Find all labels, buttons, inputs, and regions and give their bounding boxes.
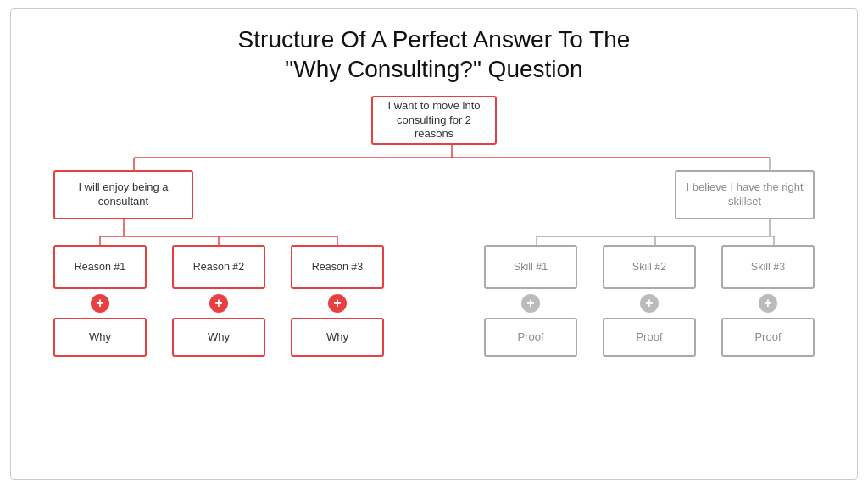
left-reason-3: Reason #3	[291, 245, 384, 289]
left-plus-btn-3[interactable]: +	[328, 294, 347, 313]
right-proof-3: Proof	[721, 318, 815, 357]
left-level1-box: I will enjoy being a consultant	[53, 170, 193, 219]
left-reason-2: Reason #2	[172, 245, 265, 289]
right-plus-btn-3[interactable]: +	[759, 294, 777, 313]
level1-row: I will enjoy being a consultant I believ…	[28, 170, 840, 219]
left-level2-row: Reason #1 Reason #2 Reason #3	[53, 245, 384, 289]
left-section: Reason #1 Reason #2 Reason #3 +	[53, 245, 384, 357]
right-proof-2: Proof	[603, 318, 696, 357]
main-container: Structure Of A Perfect Answer To The "Wh…	[10, 8, 858, 480]
right-plus-2: +	[603, 294, 696, 313]
left-reason-1: Reason #1	[53, 245, 147, 289]
page-title: Structure Of A Perfect Answer To The "Wh…	[238, 25, 631, 84]
right-level1-box: I believe I have the right skillset	[675, 170, 815, 219]
right-plus-btn-1[interactable]: +	[521, 294, 540, 313]
left-why-3: Why	[291, 318, 384, 357]
left-why-2: Why	[172, 318, 265, 357]
root-box: I want to move into consulting for 2 rea…	[371, 96, 497, 145]
left-plus-2: +	[172, 294, 265, 313]
diagram: I want to move into consulting for 2 rea…	[28, 96, 840, 470]
right-skill-3: Skill #3	[721, 245, 815, 289]
left-plus-1: +	[53, 294, 147, 313]
right-plus-btn-2[interactable]: +	[640, 294, 659, 313]
right-skill-1: Skill #1	[484, 245, 577, 289]
left-why-1: Why	[53, 318, 147, 357]
left-level3-row: Why Why Why	[53, 318, 384, 357]
right-level3-row: Proof Proof Proof	[484, 318, 815, 357]
right-plus-3: +	[721, 294, 815, 313]
right-level2-row: Skill #1 Skill #2 Skill #3	[484, 245, 815, 289]
right-proof-1: Proof	[484, 318, 577, 357]
right-skill-2: Skill #2	[603, 245, 696, 289]
root-row: I want to move into consulting for 2 rea…	[28, 96, 840, 145]
left-plus-btn-2[interactable]: +	[209, 294, 228, 313]
tree-area: I will enjoy being a consultant I believ…	[28, 145, 840, 470]
right-plus-row: + + +	[484, 294, 815, 313]
left-plus-3: +	[291, 294, 384, 313]
left-plus-btn-1[interactable]: +	[91, 294, 109, 313]
left-plus-row: + + +	[53, 294, 384, 313]
right-section: Skill #1 Skill #2 Skill #3 +	[484, 245, 815, 357]
right-plus-1: +	[484, 294, 577, 313]
